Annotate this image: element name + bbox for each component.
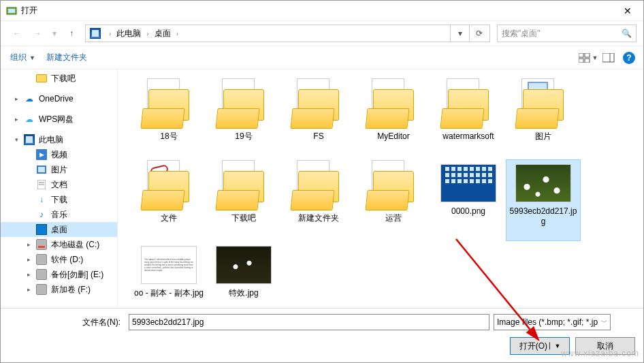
pictures-icon [36, 164, 47, 175]
back-button[interactable]: ← [7, 25, 27, 42]
folder-icon [143, 82, 195, 127]
disk-icon [36, 239, 47, 250]
file-item[interactable]: watermarksoft [431, 78, 506, 159]
up-button[interactable]: ↑ [62, 25, 81, 42]
filename-input[interactable] [129, 314, 489, 330]
wps-cloud-icon: ☁ [24, 114, 35, 125]
file-item[interactable]: 运营 [356, 159, 431, 241]
file-item[interactable]: 新建文件夹 [281, 159, 356, 241]
search-placeholder: 搜索"桌面" [502, 28, 541, 40]
disk-icon [36, 269, 47, 280]
desktop-icon [36, 224, 47, 235]
tree-item[interactable]: ▸软件 (D:) [1, 252, 117, 267]
svg-rect-4 [579, 59, 583, 63]
tree-item[interactable]: 文档 [1, 177, 117, 192]
file-item[interactable]: 0000.png [431, 159, 506, 241]
image-thumb: The options I inherited reflect from a m… [141, 246, 197, 284]
toolbar: 组织▼ 新建文件夹 ▼ ? [1, 46, 643, 69]
forward-button[interactable]: → [28, 25, 47, 42]
breadcrumb-root[interactable] [87, 25, 106, 42]
tree-item-label: 本地磁盘 (C:) [51, 239, 99, 251]
chevron-down-icon: ﹀ [601, 318, 607, 327]
app-icon [6, 5, 17, 16]
tree-item-label: 图片 [51, 164, 67, 176]
image-thumb [440, 164, 496, 202]
search-icon: 🔍 [622, 29, 632, 38]
window-title: 打开 [21, 5, 37, 16]
file-item[interactable]: 5993ecb2dd217.jpg [506, 159, 581, 241]
help-button[interactable]: ? [623, 52, 635, 64]
file-item-label: watermarksoft [442, 131, 494, 142]
chevron-right-icon[interactable]: › [106, 30, 114, 37]
folder-icon [218, 164, 270, 209]
disk-icon [36, 254, 47, 265]
file-item[interactable]: FS [281, 78, 356, 159]
tree-item[interactable]: ▸☁OneDrive [1, 91, 117, 106]
nav-tree[interactable]: 下载吧▸☁OneDrive▸☁WPS网盘▾此电脑▶视频图片文档↓下载♪音乐桌面▸… [1, 69, 118, 308]
file-item[interactable]: 文件 [131, 159, 206, 241]
file-type-filter[interactable]: Image files (*.bmp; *.gif; *.jp ﹀ [494, 314, 611, 330]
svg-rect-1 [8, 9, 15, 13]
caret-icon: ▾ [13, 136, 20, 143]
pc-icon [24, 134, 35, 145]
path-dropdown-button[interactable]: ▾ [450, 25, 469, 42]
tree-item[interactable]: ▾此电脑 [1, 132, 117, 147]
tree-item[interactable]: 图片 [1, 162, 117, 177]
file-item-label: 新建文件夹 [298, 213, 339, 223]
file-item[interactable]: 19号 [206, 78, 281, 159]
preview-pane-button[interactable] [598, 49, 619, 67]
file-item[interactable]: MyEditor [356, 78, 431, 159]
file-item-label: 特效.jpg [229, 288, 258, 298]
documents-icon [36, 179, 47, 190]
tree-item[interactable]: ▸备份[勿删] (E:) [1, 267, 117, 282]
search-input[interactable]: 搜索"桌面" 🔍 [497, 25, 637, 42]
tree-item[interactable]: ♪音乐 [1, 207, 117, 222]
tree-item[interactable]: ▸☁WPS网盘 [1, 112, 117, 127]
chevron-right-icon[interactable]: › [174, 30, 181, 37]
organize-menu[interactable]: 组织▼ [5, 49, 41, 66]
tree-item[interactable]: ▶视频 [1, 147, 117, 162]
file-item[interactable]: The options I inherited reflect from a m… [131, 241, 206, 308]
chevron-down-icon: ▼ [29, 54, 35, 61]
image-thumb [515, 164, 571, 202]
file-item[interactable]: 下载吧 [206, 159, 281, 241]
svg-rect-2 [579, 53, 583, 57]
tree-item[interactable]: ↓下载 [1, 192, 117, 207]
pc-icon [90, 28, 101, 39]
svg-rect-3 [585, 53, 590, 57]
svg-rect-6 [602, 53, 614, 62]
file-item-label: 图片 [535, 131, 551, 142]
new-folder-button[interactable]: 新建文件夹 [41, 49, 93, 66]
view-mode-button[interactable]: ▼ [578, 49, 598, 67]
breadcrumb-this-pc[interactable]: 此电脑 [114, 25, 144, 42]
file-item[interactable]: 图片 [506, 78, 581, 159]
split-chevron-icon: ▏▼ [549, 343, 560, 349]
caret-icon: ▸ [13, 95, 20, 102]
folder-icon [36, 73, 47, 84]
file-item-label: 下载吧 [231, 213, 256, 223]
breadcrumb[interactable]: › 此电脑 › 桌面 › ▾ ⟳ [85, 25, 490, 42]
tree-item-label: 文档 [51, 179, 67, 191]
tree-item-label: 新加卷 (F:) [51, 284, 91, 296]
file-item[interactable]: 特效.jpg [206, 241, 281, 308]
tree-item[interactable]: 下载吧 [1, 71, 117, 86]
tree-item[interactable]: ▸新加卷 (F:) [1, 282, 117, 297]
file-item-label: 0000.png [451, 206, 485, 217]
file-list[interactable]: 18号19号FSMyEditorwatermarksoft图片文件下载吧新建文件… [118, 69, 643, 308]
close-button[interactable]: ✕ [612, 1, 643, 21]
refresh-button[interactable]: ⟳ [469, 25, 488, 42]
chevron-right-icon[interactable]: › [144, 30, 151, 37]
titlebar: 打开 ✕ [1, 1, 643, 21]
file-item[interactable]: 18号 [131, 78, 206, 159]
tree-item[interactable]: ▸本地磁盘 (C:) [1, 237, 117, 252]
folder-icon [442, 82, 494, 127]
folder-icon [517, 82, 569, 127]
caret-icon: ▸ [25, 271, 32, 278]
onedrive-icon: ☁ [24, 93, 35, 104]
breadcrumb-desktop[interactable]: 桌面 [152, 25, 174, 42]
folder-icon [368, 164, 419, 209]
recent-locations-button[interactable]: ▾ [48, 25, 61, 42]
tree-item-label: 此电脑 [39, 134, 63, 146]
disk-icon [36, 284, 47, 295]
tree-item[interactable]: 桌面 [1, 222, 117, 237]
